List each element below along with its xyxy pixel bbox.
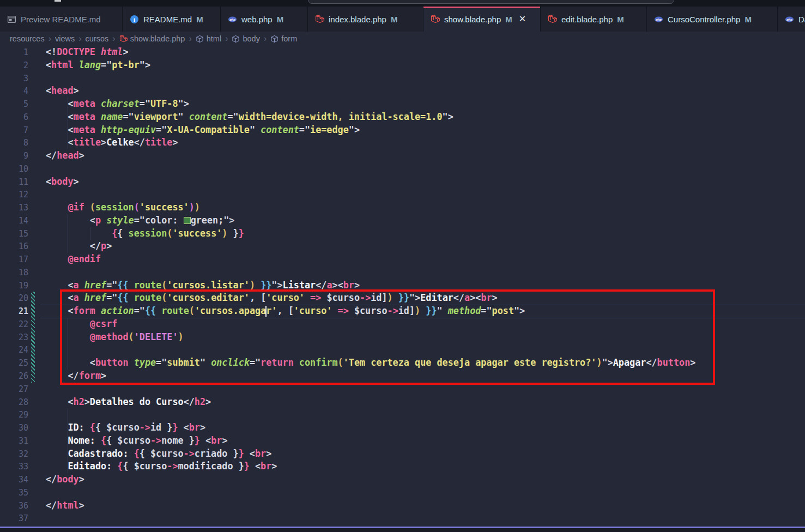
line-number[interactable]: 35 [0, 487, 28, 500]
breadcrumb-item-views[interactable]: views [55, 34, 75, 43]
line-number[interactable]: 29 [0, 409, 28, 422]
code-line[interactable]: 10 [0, 162, 805, 176]
code-line[interactable]: 12 [0, 188, 805, 201]
code-line[interactable]: 11<body> [0, 176, 805, 189]
line-number[interactable]: 30 [0, 422, 28, 435]
line-number[interactable]: 2 [0, 59, 28, 72]
quick-input-box[interactable] [308, 0, 674, 4]
line-number[interactable]: 8 [0, 137, 28, 150]
breadcrumb-item-html[interactable]: html [196, 34, 221, 43]
tab-show-blade-php[interactable]: show.blade.phpM✕ [423, 7, 541, 32]
code-line[interactable]: 3 [0, 72, 805, 85]
breadcrumb-item-body[interactable]: body [232, 34, 259, 43]
code-line[interactable]: 2<html lang="pt-br"> [0, 59, 805, 72]
code-line[interactable]: 16 </p> [0, 240, 805, 253]
line-number[interactable]: 24 [0, 344, 28, 357]
line-number[interactable]: 14 [0, 215, 28, 228]
line-number[interactable]: 31 [0, 435, 28, 448]
breadcrumb-item-cursos[interactable]: cursos [86, 34, 109, 43]
code-line[interactable]: 29 [0, 408, 805, 421]
tab-readme-md[interactable]: iREADME.mdM [123, 7, 221, 32]
code-line[interactable]: 20 <a href="{{ route('cursos.editar', ['… [0, 292, 805, 305]
tab-web-php[interactable]: phpweb.phpM [221, 7, 308, 32]
code-line[interactable]: 18 [0, 266, 805, 279]
line-number[interactable]: 23 [0, 331, 28, 344]
code-line[interactable]: 36</html> [0, 499, 805, 512]
line-number[interactable]: 20 [0, 292, 28, 305]
line-number[interactable]: 17 [0, 253, 28, 267]
line-number[interactable]: 37 [0, 512, 28, 525]
code-line[interactable]: 34</body> [0, 473, 805, 486]
code-line[interactable]: 4<head> [0, 84, 805, 98]
code-line[interactable]: 26 </form> [0, 370, 805, 383]
code-text: <a href="{{ route('cursos.listar') }}">L… [46, 279, 360, 292]
line-number[interactable]: 4 [0, 85, 28, 98]
line-number[interactable]: 10 [0, 163, 28, 176]
code-line[interactable]: 37 [0, 512, 805, 525]
code-line[interactable]: 6 <meta name="viewport" content="width=d… [0, 111, 805, 124]
line-number[interactable]: 16 [0, 240, 28, 253]
tab-cursocontroller-php[interactable]: phpCursoController.phpM [647, 7, 778, 32]
line-number[interactable]: 33 [0, 461, 28, 474]
line-number[interactable]: 3 [0, 72, 28, 86]
line-number[interactable]: 13 [0, 202, 28, 215]
line-number[interactable]: 34 [0, 474, 28, 487]
line-number[interactable]: 27 [0, 383, 28, 396]
code-line[interactable]: 22 @csrf [0, 318, 805, 331]
code-line[interactable]: 30 ID: {{ $curso->id }} <br> [0, 421, 805, 434]
line-number[interactable]: 1 [0, 46, 28, 59]
breadcrumb-label: html [207, 34, 221, 43]
line-number[interactable]: 32 [0, 448, 28, 461]
git-modified-indicator[interactable] [31, 292, 35, 382]
code-line[interactable]: 32 Cadastrado: {{ $curso->criado }} <br> [0, 448, 805, 461]
code-line[interactable]: 33 Editado: {{ $curso->modificado }} <br… [0, 460, 805, 473]
line-number[interactable]: 11 [0, 176, 28, 189]
breadcrumb-item-resources[interactable]: resources [10, 34, 45, 43]
php-icon: php [228, 15, 237, 24]
breadcrumb-item-show-blade-php[interactable]: show.blade.php [119, 34, 185, 43]
code-line[interactable]: 24 [0, 343, 805, 356]
breadcrumb-item-form[interactable]: form [270, 34, 297, 43]
code-line[interactable]: 9</head> [0, 149, 805, 162]
line-number[interactable]: 36 [0, 500, 28, 513]
code-editor[interactable]: 1<!DOCTYPE html>2<html lang="pt-br">34<h… [0, 46, 805, 527]
code-line[interactable]: 21 <form action="{{ route('cursos.apagar… [0, 305, 805, 318]
color-swatch[interactable] [184, 217, 191, 224]
code-line[interactable]: 23 @method('DELETE') [0, 331, 805, 344]
code-line[interactable]: 17 @endif [0, 253, 805, 266]
line-number[interactable]: 6 [0, 111, 28, 124]
tab-index-blade-php[interactable]: index.blade.phpM [308, 7, 423, 32]
line-number[interactable]: 22 [0, 318, 28, 331]
tab-label: show.blade.php [444, 15, 501, 24]
line-number[interactable]: 26 [0, 370, 28, 383]
code-line[interactable]: 7 <meta http-equiv="X-UA-Compatible" con… [0, 124, 805, 137]
line-number[interactable]: 21 [0, 305, 28, 318]
code-line[interactable]: 14 <p style="color: green;"> [0, 214, 805, 227]
code-line[interactable]: 25 <button type="submit" onclick="return… [0, 356, 805, 370]
line-number[interactable]: 19 [0, 280, 28, 293]
close-icon[interactable]: ✕ [519, 15, 526, 23]
code-line[interactable]: 5 <meta charset="UTF-8"> [0, 98, 805, 111]
line-number[interactable]: 15 [0, 228, 28, 241]
line-number[interactable]: 7 [0, 124, 28, 137]
code-line[interactable]: 8 <title>Celke</title> [0, 136, 805, 149]
code-text: <body> [46, 176, 79, 189]
line-number[interactable]: 12 [0, 189, 28, 202]
tab-preview-readme-md[interactable]: Preview README.md [0, 7, 123, 32]
line-number[interactable]: 28 [0, 396, 28, 409]
tab-edit-blade-php[interactable]: edit.blade.phpM [541, 7, 647, 32]
tab-da[interactable]: phpDa [778, 7, 805, 32]
code-line[interactable]: 15 {{ session('success') }} [0, 227, 805, 240]
code-line[interactable]: 1<!DOCTYPE html> [0, 46, 805, 59]
code-line[interactable]: 31 Nome: {{ $curso->nome }} <br> [0, 434, 805, 448]
code-line[interactable]: 19 <a href="{{ route('cursos.listar') }}… [0, 279, 805, 292]
line-number[interactable]: 18 [0, 267, 28, 280]
code-line[interactable]: 35 [0, 486, 805, 499]
code-line[interactable]: 28 <h2>Detalhes do Curso</h2> [0, 396, 805, 409]
line-number[interactable]: 9 [0, 150, 28, 163]
code-line[interactable]: 27 [0, 383, 805, 396]
code-line[interactable]: 13 @if (session('success')) [0, 201, 805, 214]
line-number[interactable]: 5 [0, 98, 28, 111]
breadcrumb-label: show.blade.php [130, 34, 185, 43]
line-number[interactable]: 25 [0, 357, 28, 370]
